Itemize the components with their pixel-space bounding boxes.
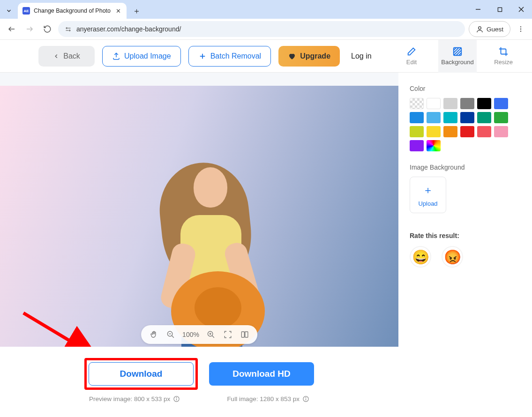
canvas-controls: 100% — [141, 325, 257, 344]
window-minimize-button[interactable] — [467, 0, 489, 19]
hand-tool-icon[interactable] — [149, 329, 159, 340]
nav-forward-button[interactable] — [22, 22, 37, 36]
svg-point-8 — [69, 30, 70, 31]
app-toolbar: Back Upload Image Batch Removal Upgrade … — [0, 40, 532, 73]
zoom-out-icon[interactable] — [165, 329, 176, 340]
color-swatch[interactable] — [494, 126, 508, 137]
back-button[interactable]: Back — [38, 46, 95, 67]
crop-icon — [498, 46, 509, 57]
color-swatch[interactable] — [477, 98, 491, 109]
rate-happy-button[interactable]: 😄 — [410, 246, 431, 268]
plus-icon — [198, 52, 207, 60]
person-icon — [476, 25, 484, 33]
upgrade-button[interactable]: Upgrade — [278, 46, 340, 67]
profile-label: Guest — [487, 26, 503, 33]
svg-rect-30 — [245, 332, 248, 337]
svg-line-20 — [456, 50, 461, 55]
color-swatch[interactable] — [443, 112, 457, 123]
image-canvas[interactable]: 100% — [0, 73, 398, 347]
svg-point-10 — [479, 26, 481, 29]
tool-resize[interactable]: Resize — [484, 40, 523, 73]
download-label: Download — [120, 369, 163, 379]
tool-edit-label: Edit — [406, 59, 417, 66]
back-label: Back — [63, 52, 80, 60]
svg-rect-1 — [498, 7, 502, 11]
download-row: Download Download HD Preview image: 800 … — [0, 347, 398, 402]
edit-icon — [406, 46, 417, 57]
background-icon — [452, 46, 463, 57]
plus-icon: ＋ — [423, 183, 433, 197]
tab-favicon: AE — [22, 7, 30, 15]
color-swatch[interactable] — [427, 140, 441, 151]
nav-reload-button[interactable] — [40, 22, 54, 36]
color-swatch[interactable] — [443, 98, 457, 109]
info-icon[interactable] — [302, 395, 309, 402]
new-tab-button[interactable]: ＋ — [129, 4, 143, 18]
url-text: anyeraser.com/change-background/ — [76, 25, 181, 33]
color-swatch[interactable] — [427, 112, 441, 123]
nav-back-button[interactable] — [5, 22, 19, 36]
color-swatch[interactable] — [494, 98, 508, 109]
color-section-title: Color — [410, 85, 521, 92]
browser-menu-button[interactable] — [514, 22, 527, 36]
tool-background-label: Background — [441, 59, 473, 66]
tab-search-dropdown[interactable] — [0, 3, 18, 19]
tab-close-icon[interactable]: ✕ — [114, 7, 122, 15]
color-swatch[interactable] — [427, 98, 441, 109]
site-settings-icon — [65, 26, 72, 33]
batch-removal-button[interactable]: Batch Removal — [188, 46, 271, 67]
main-area: 100% Download Download HD — [0, 73, 532, 417]
upload-bg-box[interactable]: ＋ Upload — [410, 177, 446, 213]
profile-guest-button[interactable]: Guest — [469, 21, 510, 37]
heart-icon — [288, 52, 296, 60]
svg-point-37 — [306, 397, 306, 398]
browser-titlebar: AE Change Background of Photo ✕ ＋ — [0, 0, 532, 19]
svg-line-23 — [172, 335, 174, 338]
canvas-column: 100% Download Download HD — [0, 73, 398, 417]
zoom-in-icon[interactable] — [206, 329, 216, 340]
upload-image-button[interactable]: Upload Image — [102, 46, 181, 67]
download-hd-button[interactable]: Download HD — [209, 362, 314, 386]
color-swatch[interactable] — [477, 126, 491, 137]
tool-background[interactable]: Background — [438, 40, 477, 73]
tool-resize-label: Resize — [494, 59, 513, 66]
color-swatch[interactable] — [460, 112, 474, 123]
preview-meta: Preview image: 800 x 533 px — [89, 395, 170, 402]
svg-line-26 — [212, 335, 214, 338]
color-swatch[interactable] — [460, 98, 474, 109]
color-swatch[interactable] — [410, 112, 424, 123]
color-swatch[interactable] — [460, 126, 474, 137]
compare-icon[interactable] — [240, 329, 250, 340]
browser-toolbar: anyeraser.com/change-background/ Guest — [0, 19, 532, 40]
window-maximize-button[interactable] — [489, 0, 510, 19]
rate-angry-button[interactable]: 😡 — [442, 246, 463, 268]
image-bg-title: Image Background — [410, 164, 521, 171]
upgrade-label: Upgrade — [300, 52, 330, 60]
chevron-left-icon — [53, 53, 60, 60]
color-swatch[interactable] — [494, 112, 508, 123]
svg-point-34 — [176, 397, 177, 398]
download-button[interactable]: Download — [89, 362, 194, 386]
tab-title: Change Background of Photo — [34, 7, 111, 14]
browser-tab[interactable]: AE Change Background of Photo ✕ — [18, 3, 127, 19]
zoom-level: 100% — [182, 331, 199, 338]
color-swatch[interactable] — [427, 126, 441, 137]
info-icon[interactable] — [173, 395, 180, 402]
address-bar[interactable]: anyeraser.com/change-background/ — [58, 21, 465, 37]
subject-figure — [138, 107, 260, 347]
color-swatch[interactable] — [410, 98, 424, 109]
color-swatch[interactable] — [443, 126, 457, 137]
window-close-button[interactable] — [510, 0, 532, 19]
tool-edit[interactable]: Edit — [392, 40, 431, 73]
svg-rect-29 — [241, 332, 244, 337]
login-link[interactable]: Log in — [351, 52, 372, 60]
svg-line-31 — [23, 313, 94, 347]
fullscreen-icon[interactable] — [223, 329, 233, 340]
download-hd-label: Download HD — [232, 369, 291, 379]
color-swatch[interactable] — [410, 126, 424, 137]
color-swatch[interactable] — [410, 140, 424, 151]
rate-title: Rate this result: — [410, 232, 521, 239]
batch-label: Batch Removal — [210, 52, 262, 60]
color-swatch[interactable] — [477, 112, 491, 123]
svg-line-18 — [454, 48, 459, 53]
